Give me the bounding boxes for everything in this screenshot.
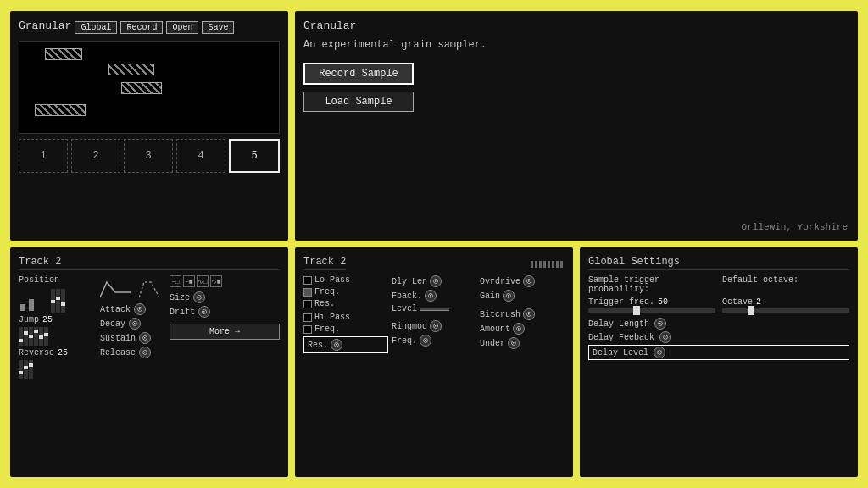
more-button[interactable]: More → [170, 324, 280, 340]
delay-feedback-label: Delay Feeback [588, 333, 654, 342]
delay-level-label: Delay Level [593, 348, 648, 358]
seq-block-3 [121, 82, 162, 94]
seq-cell-5[interactable]: 5 [229, 139, 280, 173]
granular-description: An experimental grain sampler. [303, 39, 849, 51]
ringmod-item: Ringmod [392, 320, 476, 332]
gain-item: Gain [480, 290, 565, 302]
release-label: Release [100, 348, 136, 358]
res-knob[interactable] [331, 339, 342, 351]
under-knob[interactable] [508, 337, 520, 349]
trigger-freq-slider-thumb [633, 306, 640, 315]
lopass-res-item: Res. [303, 299, 388, 308]
reverse-label: Reverse [19, 348, 54, 358]
dly-len-knob[interactable] [430, 275, 442, 287]
track2-envelope-panel: Track 2 Position Jump [10, 247, 288, 477]
sample-indicator-mid [531, 261, 565, 268]
octave-value: 2 [756, 297, 761, 307]
position-slider-display [19, 289, 49, 313]
octave-slider[interactable] [722, 308, 849, 313]
drift-knob[interactable] [198, 306, 210, 318]
granular-info-panel: Granular An experimental grain sampler. … [295, 11, 858, 241]
attack-knob[interactable] [134, 303, 146, 315]
decay-row: Decay [100, 318, 164, 330]
octave-slider-thumb [748, 306, 754, 315]
gain-knob[interactable] [503, 290, 515, 302]
wave-icon-1[interactable]: ~□ [170, 275, 181, 287]
attack-row: Attack [100, 303, 164, 315]
record-button[interactable]: Record [120, 21, 163, 34]
bitcrush-knob[interactable] [523, 308, 535, 320]
seq-cell-3[interactable]: 3 [124, 139, 173, 173]
trigger-freq-label: Trigger freq. [588, 297, 654, 307]
wave-icon-4[interactable]: ∿■ [210, 275, 222, 287]
drift-label: Drift [170, 308, 195, 317]
reverse-value: 25 [58, 348, 68, 358]
size-label: Size [170, 293, 190, 302]
sustain-knob[interactable] [139, 332, 151, 344]
seq-cell-2[interactable]: 2 [71, 139, 120, 173]
wave-icon-2[interactable]: ~■ [183, 275, 195, 287]
envelope-display [100, 275, 134, 299]
envelope-display2 [139, 275, 164, 299]
trigger-prob-label: Sample trigger probability: [588, 275, 715, 294]
seq-block-1 [45, 48, 82, 60]
ovrdrive-knob[interactable] [523, 275, 535, 287]
position-label: Position [19, 275, 95, 285]
ovrdrive-item: Ovrdrive [480, 275, 565, 287]
panel-title-granular-tl: Granular [19, 19, 71, 32]
trigger-freq-slider[interactable] [588, 308, 715, 313]
jump-label: Jump [19, 315, 39, 324]
attack-label: Attack [100, 305, 131, 314]
hipass-checkbox[interactable] [303, 313, 312, 322]
trigger-freq-value: 50 [658, 297, 668, 307]
svg-rect-0 [20, 304, 25, 311]
wave-icon-3[interactable]: ∿□ [197, 275, 209, 287]
delay-length-knob[interactable] [654, 318, 666, 330]
seq-cells-row: 1 2 3 4 5 [19, 139, 280, 173]
hipass-freq-item: Freq. [303, 324, 388, 334]
sequencer-grid[interactable] [19, 41, 280, 134]
wave-icons-row: ~□ ~■ ∿□ ∿■ [170, 275, 280, 287]
save-button[interactable]: Save [202, 21, 234, 34]
hipass-res-highlighted: Res. [303, 336, 388, 353]
top-toolbar: Granular Global Record Open Save [19, 19, 280, 36]
fback-item: Fback. [392, 290, 476, 302]
fback-knob[interactable] [425, 290, 437, 302]
level-item: Level [392, 304, 476, 313]
delay-feedback-knob[interactable] [659, 331, 671, 343]
track2-label-left: Track 2 [19, 256, 280, 270]
lopass-res-checkbox[interactable] [303, 300, 312, 308]
sustain-row: Sustain [100, 332, 164, 344]
granular-sequencer-panel: Granular Global Record Open Save 1 2 3 4… [10, 11, 288, 241]
seq-cell-4[interactable]: 4 [176, 139, 225, 173]
release-knob[interactable] [139, 347, 151, 358]
drift-row: Drift [170, 306, 280, 318]
track2-params-panel: Track 2 Lo Pass Freq. Res. [295, 247, 573, 477]
decay-knob[interactable] [129, 318, 141, 330]
level-dotted [420, 308, 449, 311]
lopass-item: Lo Pass [303, 275, 388, 285]
delay-feedback-row: Delay Feeback [588, 331, 849, 343]
hipass-freq-checkbox[interactable] [303, 325, 312, 334]
svg-rect-1 [29, 299, 34, 311]
seq-cell-1[interactable]: 1 [19, 139, 68, 173]
delay-level-row-active: Delay Level [588, 345, 849, 360]
delay-level-knob[interactable] [654, 347, 665, 358]
main-container: Granular Global Record Open Save 1 2 3 4… [10, 11, 858, 477]
hipass-item: Hi Pass [303, 313, 388, 322]
ringmod-knob[interactable] [430, 320, 442, 332]
size-knob[interactable] [193, 291, 205, 303]
record-sample-button[interactable]: Record Sample [303, 63, 414, 85]
open-button[interactable]: Open [166, 21, 198, 34]
sustain-label: Sustain [100, 334, 136, 343]
global-button[interactable]: Global [75, 21, 117, 34]
global-settings-panel: Global Settings Sample trigger probabili… [580, 247, 858, 477]
lopass-freq-item: Freq. [303, 287, 388, 297]
ringmod-freq-knob[interactable] [420, 335, 431, 347]
amount-knob[interactable] [513, 323, 525, 335]
load-sample-button[interactable]: Load Sample [303, 92, 414, 112]
lopass-freq-checkbox[interactable] [303, 288, 312, 297]
global-settings-label: Global Settings [588, 256, 849, 270]
lopass-checkbox[interactable] [303, 276, 312, 285]
track2-label-mid: Track 2 [303, 256, 346, 270]
